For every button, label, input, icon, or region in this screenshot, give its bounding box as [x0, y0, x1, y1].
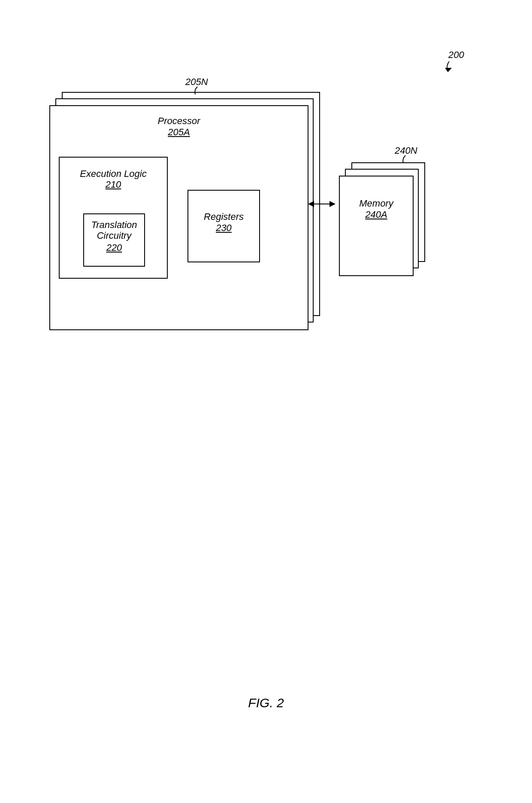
registers-box: Registers 230 [187, 190, 260, 262]
execution-logic-ref: 210 [60, 179, 167, 190]
memory-stack-ref: 240N [395, 145, 417, 156]
processor-title: Processor [50, 116, 308, 127]
processor-stack-ref: 205N [185, 76, 208, 88]
registers-title: Registers [188, 211, 259, 222]
registers-ref: 230 [188, 222, 259, 234]
memory-title: Memory [340, 198, 413, 209]
figure-caption: FIG. 2 [0, 696, 532, 710]
translation-ref: 220 [84, 242, 144, 253]
translation-title2: Circuitry [84, 230, 144, 241]
execution-logic-box: Execution Logic 210 Translation Circuitr… [59, 157, 168, 279]
execution-logic-title: Execution Logic [60, 168, 167, 179]
processor-ref: 205A [50, 127, 308, 138]
translation-title1: Translation [84, 219, 144, 231]
svg-marker-8 [329, 201, 336, 207]
translation-circuitry-box: Translation Circuitry 220 [83, 213, 145, 267]
memory-ref: 240A [340, 209, 413, 220]
processor-box: Processor 205A Execution Logic 210 Trans… [49, 105, 308, 330]
memory-box: Memory 240A [339, 176, 414, 276]
svg-marker-0 [445, 68, 452, 72]
